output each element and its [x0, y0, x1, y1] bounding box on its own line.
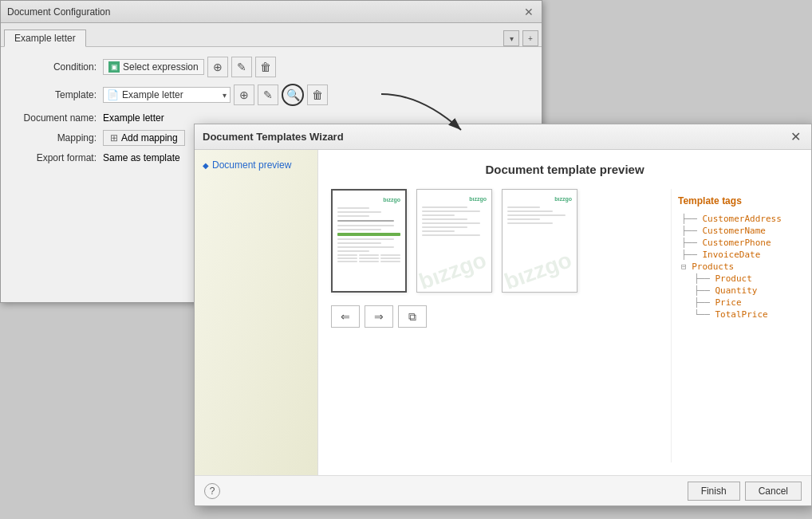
tag-product: ├── Product	[691, 273, 792, 285]
condition-delete-btn[interactable]: 🗑	[255, 57, 276, 77]
mini-logo-1: bızzgo	[337, 197, 400, 202]
wizard-title: Document Templates Wizard	[203, 131, 344, 143]
template-label: Template:	[7, 89, 103, 100]
tag-customer-name: ├── CustomerName	[678, 225, 792, 237]
mini-logo-2: bızzgo	[422, 196, 487, 202]
tags-tree: ├── CustomerAddress ├── CustomerName ├──…	[678, 213, 792, 320]
condition-label: Condition:	[7, 61, 103, 73]
cancel-button[interactable]: Cancel	[745, 482, 802, 501]
condition-edit-btn[interactable]: ✎	[231, 57, 252, 77]
template-tags-panel: Template tags ├── CustomerAddress ├── Cu…	[671, 189, 798, 462]
wizard-content: Document template preview bızzgo	[318, 150, 811, 475]
template-select[interactable]: 📄 Example letter ▾	[103, 87, 231, 103]
docname-value: Example letter	[103, 112, 164, 124]
condition-row: Condition: ▣ Select expression ⊕ ✎ 🗑	[7, 57, 535, 77]
template-delete-btn[interactable]: 🗑	[307, 85, 328, 105]
template-arrow: ▾	[223, 91, 227, 100]
docname-row: Document name: Example letter	[7, 112, 535, 124]
prev-page-button[interactable]: ⇐	[331, 305, 360, 328]
sidebar-item-doc-preview[interactable]: ◆ Document preview	[203, 158, 309, 172]
tag-quantity: ├── Quantity	[691, 285, 792, 297]
finish-button[interactable]: Finish	[688, 482, 740, 501]
template-edit-btn[interactable]: ✎	[258, 85, 278, 105]
tab-strip: Example letter ▾ +	[1, 23, 542, 47]
template-add-btn[interactable]: ⊕	[234, 85, 254, 105]
map-icon: ⊞	[110, 132, 118, 144]
help-button[interactable]: ?	[204, 483, 220, 499]
nav-buttons: ⇐ ⇒ ⧉	[331, 305, 661, 328]
mapping-value: ⊞ Add mapping	[103, 130, 185, 146]
tab-dropdown-btn[interactable]: ▾	[503, 30, 519, 46]
tag-invoice-date: ├── InvoiceDate	[678, 249, 792, 261]
wizard-footer: ? Finish Cancel	[195, 475, 811, 505]
doc-icon: 📄	[107, 89, 119, 100]
tag-products-children: ├── Product ├── Quantity ├── Price └── T…	[678, 273, 792, 320]
tag-customer-phone: ├── CustomerPhone	[678, 237, 792, 249]
tag-total-price: └── TotalPrice	[691, 309, 792, 320]
condition-add-btn[interactable]: ⊕	[207, 57, 228, 77]
wizard-close-button[interactable]: ✕	[787, 129, 803, 145]
add-mapping-button[interactable]: ⊞ Add mapping	[103, 130, 185, 146]
wizard-content-title: Document template preview	[331, 163, 798, 176]
expr-icon: ▣	[108, 61, 120, 73]
watermark-3: bızzgo	[502, 247, 575, 293]
doc-config-title: Document Configuration	[7, 6, 110, 18]
wizard-sidebar: ◆ Document preview	[195, 150, 318, 475]
footer-buttons: Finish Cancel	[688, 482, 802, 501]
mapping-label: Mapping:	[7, 132, 103, 144]
mini-logo-3: bızzgo	[507, 196, 572, 202]
copy-page-button[interactable]: ⧉	[398, 305, 427, 328]
doc-config-titlebar: Document Configuration ✕	[1, 1, 542, 23]
select-expression-button[interactable]: ▣ Select expression	[103, 59, 204, 75]
doc-config-close-button[interactable]: ✕	[522, 6, 535, 18]
wizard-modal: Document Templates Wizard ✕ ◆ Document p…	[194, 124, 812, 506]
docname-label: Document name:	[7, 112, 103, 124]
tab-add-btn[interactable]: +	[522, 30, 538, 46]
condition-value: ▣ Select expression ⊕ ✎ 🗑	[103, 57, 276, 77]
template-row: Template: 📄 Example letter ▾ ⊕ ✎ 🔍 🗑	[7, 84, 535, 106]
preview-page-1[interactable]: bızzgo	[331, 189, 407, 293]
example-letter-tab[interactable]: Example letter	[4, 29, 86, 47]
tag-price: ├── Price	[691, 297, 792, 309]
tab-controls: ▾ +	[503, 30, 538, 46]
preview-container: bızzgo	[331, 189, 661, 293]
preview-area: bızzgo	[331, 189, 661, 462]
next-page-button[interactable]: ⇒	[365, 305, 393, 328]
template-preview-btn[interactable]: 🔍	[282, 84, 304, 106]
preview-page-2[interactable]: bızzgo bızzgo	[416, 189, 492, 293]
wizard-titlebar: Document Templates Wizard ✕	[195, 124, 811, 150]
template-value-area: 📄 Example letter ▾ ⊕ ✎ 🔍 🗑	[103, 84, 328, 106]
wizard-body: ◆ Document preview Document template pre…	[195, 150, 811, 475]
watermark-2: bızzgo	[416, 247, 490, 293]
export-label: Export format:	[7, 152, 103, 163]
export-value: Same as template	[103, 152, 180, 163]
preview-page-3[interactable]: bızzgo bızzgo	[502, 189, 577, 293]
tag-customer-address: ├── CustomerAddress	[678, 213, 792, 225]
sidebar-bullet: ◆	[203, 161, 209, 170]
tags-title: Template tags	[678, 195, 792, 206]
tag-products-group: ⊟ Products	[678, 261, 792, 273]
